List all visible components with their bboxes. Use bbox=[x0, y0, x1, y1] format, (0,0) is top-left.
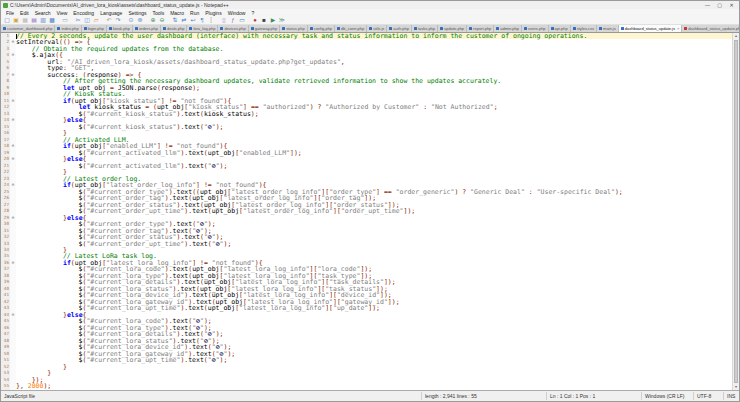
tab-styles.css[interactable]: styles.css bbox=[571, 25, 597, 32]
tab-config.php[interactable]: config.php bbox=[308, 25, 335, 32]
saved-file-icon bbox=[135, 27, 138, 30]
menu-edit[interactable]: Edit bbox=[17, 10, 32, 16]
close-button[interactable]: ✕ bbox=[726, 2, 737, 9]
indent-guide-icon[interactable]: ┆ bbox=[207, 16, 215, 24]
stop-macro-icon[interactable]: ■ bbox=[260, 16, 268, 24]
doc-type-label: JavaScript file bbox=[1, 392, 421, 400]
save-all-icon[interactable]: ▤ bbox=[30, 16, 38, 24]
saved-file-icon bbox=[3, 27, 6, 30]
tab-gateway.php[interactable]: gateway.php bbox=[249, 25, 280, 32]
scroll-up-icon[interactable]: ▴ bbox=[733, 33, 739, 39]
vertical-scrollbar[interactable]: ▴ ▾ bbox=[732, 33, 739, 390]
tab-login.php[interactable]: login.php bbox=[82, 25, 107, 32]
saved-file-icon bbox=[220, 27, 223, 30]
paste-icon[interactable]: ▱ bbox=[92, 16, 100, 24]
menu-run[interactable]: Run bbox=[187, 10, 202, 16]
tab-label: lora_log.php bbox=[193, 26, 215, 31]
print-icon[interactable]: ▭ bbox=[61, 16, 69, 24]
tab-label: orders.php bbox=[139, 26, 158, 31]
tab-index.php[interactable]: index.php bbox=[55, 25, 81, 32]
redo-icon[interactable]: ↷ bbox=[114, 16, 122, 24]
open-folder-icon[interactable]: ▣ bbox=[12, 16, 20, 24]
tab-main.js[interactable]: main.js bbox=[597, 25, 619, 32]
notepad-plus-plus-window: C:\Users\Admin\Documents\AI_driven_lora_… bbox=[0, 0, 740, 402]
saved-file-icon bbox=[389, 27, 392, 30]
tab-admin.php[interactable]: admin.php bbox=[494, 25, 522, 32]
sync-vertical-icon[interactable]: ⇅ bbox=[171, 16, 179, 24]
tab-utils.js[interactable]: utils.js bbox=[367, 25, 387, 32]
tab-devices.php[interactable]: devices.php bbox=[218, 25, 248, 32]
scrollbar-thumb[interactable] bbox=[734, 40, 738, 383]
code-editor[interactable]: 1// Every 2 seconds, update the user das… bbox=[1, 33, 732, 390]
cut-icon[interactable]: ✂ bbox=[74, 16, 82, 24]
length-lines-label: length : 2,941 lines : 55 bbox=[421, 392, 546, 400]
tab-update.php[interactable]: update.php bbox=[438, 25, 467, 32]
tab-label: admin.php bbox=[500, 26, 519, 31]
saved-file-icon bbox=[282, 27, 285, 30]
save-icon[interactable]: ▦ bbox=[21, 16, 29, 24]
tab-report.php[interactable]: report.php bbox=[467, 25, 494, 32]
close-icon[interactable]: ▥ bbox=[39, 16, 47, 24]
saved-file-icon bbox=[57, 27, 60, 30]
menu-search[interactable]: Search bbox=[32, 10, 54, 16]
menu-language[interactable]: Language bbox=[97, 10, 125, 16]
replace-icon[interactable]: ⊛ bbox=[136, 16, 144, 24]
tab-dashboard_status_update.php[interactable]: dashboard_status_update.php bbox=[682, 25, 739, 32]
eol-format-label[interactable]: Windows (CR LF) bbox=[641, 392, 693, 400]
tab-deals.php[interactable]: deals.php bbox=[161, 25, 187, 32]
tab-kiosk.php[interactable]: kiosk.php bbox=[107, 25, 133, 32]
encoding-label[interactable]: UTF-8 bbox=[693, 392, 723, 400]
toolbar: ▢▣▦▤▥▩▭✂◫▱↶↷⊙⊛⊕⊖⇅⇄↩¶┆▯ƒ▭●■▶≫ bbox=[1, 16, 739, 25]
menu-macro[interactable]: Macro bbox=[167, 10, 187, 16]
menu-plugins[interactable]: Plugins bbox=[202, 10, 224, 16]
tab-tasks.php[interactable]: tasks.php bbox=[412, 25, 438, 32]
menu-encoding[interactable]: Encoding bbox=[70, 10, 97, 16]
tab-label: gateway.php bbox=[255, 26, 277, 31]
zoom-in-icon[interactable]: ⊕ bbox=[149, 16, 157, 24]
show-all-chars-icon[interactable]: ¶ bbox=[198, 16, 206, 24]
tab-label: auth.php bbox=[393, 26, 409, 31]
word-wrap-icon[interactable]: ↩ bbox=[189, 16, 197, 24]
minimize-button[interactable]: — bbox=[702, 2, 713, 9]
new-file-icon[interactable]: ▢ bbox=[3, 16, 11, 24]
saved-file-icon bbox=[337, 27, 340, 30]
close-tab-icon[interactable]: × bbox=[677, 26, 679, 31]
monitor-icon[interactable]: ▭ bbox=[238, 16, 246, 24]
code-text: }, 2000); bbox=[16, 383, 732, 389]
undo-icon[interactable]: ↶ bbox=[105, 16, 113, 24]
tab-users.php[interactable]: users.php bbox=[522, 25, 549, 32]
menu-file[interactable]: File bbox=[3, 10, 17, 16]
menu-window[interactable]: Window bbox=[225, 10, 249, 16]
saved-file-icon bbox=[524, 27, 527, 30]
tab-dashboard_status_update.js[interactable]: dashboard_status_update.js× bbox=[619, 25, 683, 32]
menu-settings[interactable]: Settings bbox=[125, 10, 149, 16]
tab-label: dashboard_status_update.php bbox=[688, 26, 739, 31]
saved-file-icon bbox=[251, 27, 254, 30]
unsaved-file-icon bbox=[684, 27, 687, 30]
sync-horizontal-icon[interactable]: ⇄ bbox=[180, 16, 188, 24]
tab-label: users.php bbox=[528, 26, 546, 31]
zoom-out-icon[interactable]: ⊖ bbox=[158, 16, 166, 24]
insert-mode-label[interactable]: INS bbox=[723, 392, 739, 400]
play-macro-icon[interactable]: ▶ bbox=[269, 16, 277, 24]
maximize-button[interactable]: ▢ bbox=[714, 2, 725, 9]
copy-icon[interactable]: ◫ bbox=[83, 16, 91, 24]
find-icon[interactable]: ⊙ bbox=[127, 16, 135, 24]
run-macro-multiple-icon[interactable]: ≫ bbox=[278, 16, 286, 24]
menu-tools[interactable]: Tools bbox=[149, 10, 167, 16]
tab-label: report.php bbox=[473, 26, 491, 31]
tab-api.php[interactable]: api.php bbox=[549, 25, 571, 32]
function-list-icon[interactable]: ƒ bbox=[229, 16, 237, 24]
doc-map-icon[interactable]: ▯ bbox=[220, 16, 228, 24]
tab-orders.php[interactable]: orders.php bbox=[133, 25, 161, 32]
menu-view[interactable]: View bbox=[54, 10, 71, 16]
tab-customer_dashboard.php[interactable]: customer_dashboard.php bbox=[1, 25, 55, 32]
close-all-icon[interactable]: ▩ bbox=[48, 16, 56, 24]
tab-label: devices.php bbox=[224, 26, 245, 31]
record-macro-icon[interactable]: ● bbox=[251, 16, 259, 24]
tab-lora_log.php[interactable]: lora_log.php bbox=[187, 25, 218, 32]
tab-auth.php[interactable]: auth.php bbox=[387, 25, 412, 32]
tab-db_conn.php[interactable]: db_conn.php bbox=[335, 25, 367, 32]
tab-status.php[interactable]: status.php bbox=[280, 25, 307, 32]
menu-help[interactable]: ? bbox=[248, 10, 257, 16]
